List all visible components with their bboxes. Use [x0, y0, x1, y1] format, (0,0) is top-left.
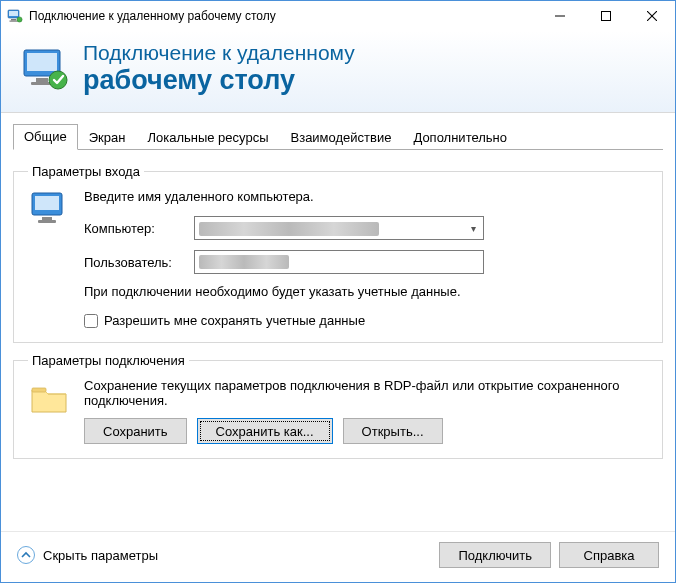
computer-combobox[interactable]: ▾: [194, 216, 484, 240]
header-line1: Подключение к удаленному: [83, 41, 355, 65]
svg-rect-6: [602, 12, 611, 21]
close-button[interactable]: [629, 1, 675, 31]
computer-value: [199, 220, 465, 236]
svg-rect-3: [10, 21, 18, 22]
remember-label: Разрешить мне сохранять учетные данные: [104, 313, 365, 328]
connection-hint: Сохранение текущих параметров подключени…: [84, 378, 648, 408]
window-controls: [537, 1, 675, 31]
user-label: Пользователь:: [84, 255, 194, 270]
login-computer-icon: [28, 189, 70, 328]
svg-point-4: [17, 17, 22, 22]
computer-label: Компьютер:: [84, 221, 194, 236]
connect-button[interactable]: Подключить: [439, 542, 551, 568]
minimize-button[interactable]: [537, 1, 583, 31]
save-as-button[interactable]: Сохранить как...: [197, 418, 333, 444]
login-hint: Введите имя удаленного компьютера.: [84, 189, 648, 204]
header: Подключение к удаленному рабочему столу: [1, 31, 675, 113]
tab-general[interactable]: Общие: [13, 124, 78, 150]
login-group-legend: Параметры входа: [28, 164, 144, 179]
svg-rect-16: [42, 217, 52, 220]
svg-rect-15: [35, 196, 59, 210]
remember-credentials-checkbox[interactable]: Разрешить мне сохранять учетные данные: [84, 313, 648, 328]
tab-advanced[interactable]: Дополнительно: [402, 125, 518, 150]
header-title: Подключение к удаленному рабочему столу: [83, 41, 355, 96]
connection-group: Параметры подключения Сохранение текущих…: [13, 353, 663, 459]
tab-content: Параметры входа Введите имя удаленного к…: [1, 150, 675, 531]
app-icon: [7, 8, 23, 24]
user-field[interactable]: [194, 250, 484, 274]
titlebar: Подключение к удаленному рабочему столу: [1, 1, 675, 31]
credentials-note: При подключении необходимо будет указать…: [84, 284, 648, 299]
tabs-container: Общие Экран Локальные ресурсы Взаимодейс…: [1, 113, 675, 150]
svg-rect-2: [11, 19, 16, 21]
svg-rect-10: [27, 53, 57, 71]
svg-rect-11: [36, 78, 48, 82]
svg-rect-17: [38, 220, 56, 223]
collapse-icon[interactable]: [17, 546, 35, 564]
tab-experience[interactable]: Взаимодействие: [280, 125, 403, 150]
hide-options-link[interactable]: Скрыть параметры: [43, 548, 431, 563]
svg-rect-18: [32, 388, 46, 392]
connection-group-legend: Параметры подключения: [28, 353, 189, 368]
tab-local-resources[interactable]: Локальные ресурсы: [136, 125, 279, 150]
save-button[interactable]: Сохранить: [84, 418, 187, 444]
window-title: Подключение к удаленному рабочему столу: [29, 9, 537, 23]
rdp-window: Подключение к удаленному рабочему столу: [0, 0, 676, 583]
maximize-button[interactable]: [583, 1, 629, 31]
remember-checkbox-input[interactable]: [84, 314, 98, 328]
folder-icon: [28, 378, 70, 444]
header-line2: рабочему столу: [83, 65, 355, 96]
svg-rect-1: [9, 11, 18, 16]
tabs: Общие Экран Локальные ресурсы Взаимодейс…: [13, 123, 663, 150]
tab-display[interactable]: Экран: [78, 125, 137, 150]
help-button[interactable]: Справка: [559, 542, 659, 568]
footer: Скрыть параметры Подключить Справка: [1, 531, 675, 582]
chevron-down-icon: ▾: [465, 223, 481, 234]
header-monitor-icon: [21, 45, 69, 93]
open-button[interactable]: Открыть...: [343, 418, 443, 444]
login-group: Параметры входа Введите имя удаленного к…: [13, 164, 663, 343]
